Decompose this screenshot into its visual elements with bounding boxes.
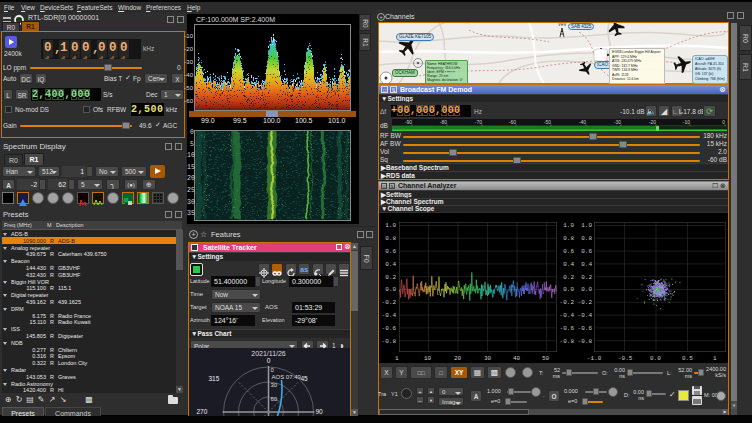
svg-text:60: 60 bbox=[271, 396, 278, 402]
svg-text:AOS 07:49: AOS 07:49 bbox=[272, 374, 302, 380]
svg-text:90: 90 bbox=[316, 408, 324, 415]
svg-text:-50: -50 bbox=[544, 119, 551, 125]
svg-text:315: 315 bbox=[209, 375, 220, 382]
svg-text:2021/11/26: 2021/11/26 bbox=[251, 350, 286, 357]
svg-text:270: 270 bbox=[197, 408, 208, 415]
svg-text:-70: -70 bbox=[475, 119, 482, 125]
svg-text:30: 30 bbox=[271, 382, 278, 388]
svg-text:0: 0 bbox=[722, 119, 725, 125]
svg-text:0: 0 bbox=[267, 357, 271, 364]
svg-text:-60: -60 bbox=[509, 119, 516, 125]
svg-text:-40: -40 bbox=[579, 119, 586, 125]
svg-text:45: 45 bbox=[301, 375, 309, 382]
svg-text:-20: -20 bbox=[649, 119, 656, 125]
svg-text:VëV: VëV bbox=[558, 23, 567, 27]
svg-text:-80: -80 bbox=[440, 119, 447, 125]
svg-text:-90: -90 bbox=[405, 119, 412, 125]
svg-text:-30: -30 bbox=[614, 119, 621, 125]
svg-text:-10: -10 bbox=[683, 119, 690, 125]
